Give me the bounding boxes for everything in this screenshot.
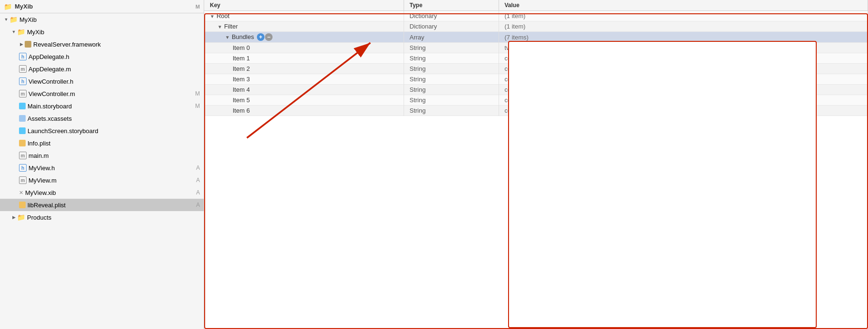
value-cell-item3: com.tencent.xin — [499, 74, 868, 85]
key-text-root: Root — [217, 12, 229, 19]
triangle-filter: ▼ — [217, 24, 222, 29]
sidebar-item-viewcontroller-m[interactable]: mViewController.mM — [0, 87, 204, 100]
sidebar-label-myview-h: MyView.h — [28, 164, 55, 172]
type-cell-item6: String — [404, 106, 499, 116]
sidebar-label-info-plist: Info.plist — [28, 140, 50, 147]
key-cell-root: ▼Root — [204, 11, 404, 21]
key-text-item3: Item 3 — [233, 76, 250, 83]
header-file-icon: h — [19, 164, 27, 172]
key-text-item2: Item 2 — [233, 65, 250, 72]
myxib-header-icon: 📁 — [4, 3, 12, 10]
assets-icon — [19, 115, 26, 122]
type-cell-item0: String — [404, 43, 499, 53]
sidebar: 📁 MyXib M ▼📁MyXib▼📁MyXib▶RevealServer.fr… — [0, 0, 204, 329]
table-row-item3[interactable]: Item 3 String com.tencent.xin — [204, 74, 868, 85]
plist-icon — [19, 140, 26, 146]
folder-triangle: ▼ — [4, 17, 9, 22]
badge-viewcontroller-m: M — [195, 90, 200, 97]
type-cell-bundles: Array — [404, 32, 499, 43]
folder-icon: 📁 — [17, 28, 25, 36]
sidebar-item-myview-m[interactable]: mMyView.mA — [0, 174, 204, 186]
header-file-icon: h — [19, 77, 27, 85]
sidebar-item-assets[interactable]: Assets.xcassets — [0, 112, 204, 125]
key-text-item4: Item 4 — [233, 86, 250, 93]
table-row-item6[interactable]: Item 6 String com.wbiao.newwbiao — [204, 106, 868, 116]
impl-file-icon: m — [19, 152, 27, 159]
sidebar-label-myview-m: MyView.m — [28, 177, 57, 184]
table-row-root[interactable]: ▼Root Dictionary (1 item) — [204, 11, 868, 21]
xib-icon: ✕ — [19, 190, 23, 196]
key-cell-bundles: ▼Bundles + − — [204, 32, 404, 43]
sidebar-label-myxib-root: MyXib — [19, 16, 37, 23]
value-cell-item6: com.wbiao.newwbiao — [499, 106, 868, 116]
sidebar-label-myview-xib: MyView.xib — [25, 189, 56, 196]
sidebar-item-products[interactable]: ▶📁Products — [0, 211, 204, 223]
sidebar-label-products: Products — [27, 214, 51, 221]
storyboard-icon — [19, 103, 26, 109]
value-cell-filter: (1 item) — [499, 21, 868, 32]
value-cell-item2: com.ucweb.iphone.lowversion — [499, 64, 868, 74]
storyboard-icon — [19, 127, 26, 134]
sidebar-label-main-storyboard: Main.storyboard — [28, 103, 72, 110]
value-column-header: Value — [499, 0, 868, 11]
key-text-item0: Item 0 — [233, 44, 250, 51]
table-row-item1[interactable]: Item 1 String com.tencent.mqq — [204, 53, 868, 64]
triangle-root: ▼ — [210, 14, 215, 19]
table-row-item5[interactable]: Item 5 String com.taobao.taobao4iphone — [204, 95, 868, 106]
sidebar-item-main-m[interactable]: mmain.m — [0, 149, 204, 162]
sidebar-item-myxib-group[interactable]: ▼📁MyXib — [0, 26, 204, 38]
key-text-item1: Item 1 — [233, 55, 250, 62]
folder-icon: 📁 — [9, 16, 18, 23]
sidebar-item-main-storyboard[interactable]: Main.storyboardM — [0, 100, 204, 112]
sidebar-item-info-plist[interactable]: Info.plist — [0, 137, 204, 149]
badge-libreveal-plist: A — [196, 202, 200, 208]
remove-item-button[interactable]: − — [265, 33, 273, 41]
triangle-bundles: ▼ — [225, 35, 230, 40]
sidebar-label-revealserver: RevealServer.framework — [33, 41, 101, 48]
key-text-bundles: Bundles — [232, 33, 254, 40]
impl-file-icon: m — [19, 90, 27, 97]
sidebar-header: 📁 MyXib M — [0, 0, 204, 13]
key-cell-item3: Item 3 — [204, 74, 404, 85]
key-cell-item0: Item 0 — [204, 43, 404, 53]
add-item-button[interactable]: + — [257, 33, 264, 41]
type-cell-item4: String — [404, 85, 499, 95]
sidebar-item-libreveal-plist[interactable]: libReveal.plistA — [0, 199, 204, 211]
key-cell-item1: Item 1 — [204, 53, 404, 64]
main-content: Key Type Value ▼Root Dictionary (1 item)… — [204, 0, 868, 329]
value-cell-item4: com.sina.weibo — [499, 85, 868, 95]
sidebar-item-viewcontroller-h[interactable]: hViewController.h — [0, 75, 204, 87]
sidebar-item-myview-h[interactable]: hMyView.hA — [0, 162, 204, 174]
sidebar-item-myview-xib[interactable]: ✕MyView.xibA — [0, 186, 204, 199]
bundle-id-annotation: bundle id — [666, 286, 716, 300]
sidebar-label-myxib-group: MyXib — [27, 29, 44, 36]
header-file-icon: h — [19, 53, 27, 60]
impl-file-icon: m — [19, 176, 27, 184]
key-cell-item5: Item 5 — [204, 95, 404, 106]
plist-body: ▼Root Dictionary (1 item) ▼Filter Dictio… — [204, 11, 868, 116]
table-row-item0[interactable]: Item 0 String tv.douyu.live — [204, 43, 868, 53]
sidebar-item-revealserver[interactable]: ▶RevealServer.framework — [0, 38, 204, 50]
framework-triangle: ▶ — [19, 42, 24, 47]
table-row-item2[interactable]: Item 2 String com.ucweb.iphone.lowversio… — [204, 64, 868, 74]
sidebar-item-appdelegate-m[interactable]: mAppDelegate.m — [0, 63, 204, 75]
sidebar-label-appdelegate-h: AppDelegate.h — [28, 53, 69, 60]
m-column-header: M — [196, 4, 200, 10]
key-cell-item2: Item 2 — [204, 64, 404, 74]
table-row-bundles[interactable]: ▼Bundles + − Array (7 items) — [204, 32, 868, 43]
value-cell-item5: com.taobao.taobao4iphone — [499, 95, 868, 106]
badge-main-storyboard: M — [195, 103, 200, 109]
svg-line-3 — [703, 138, 755, 228]
table-header-row: Key Type Value — [204, 0, 868, 11]
sidebar-item-myxib-root[interactable]: ▼📁MyXib — [0, 13, 204, 26]
table-row-item4[interactable]: Item 4 String com.sina.weibo — [204, 85, 868, 95]
impl-file-icon: m — [19, 65, 27, 73]
type-cell-item1: String — [404, 53, 499, 64]
sidebar-item-launchscreen[interactable]: LaunchScreen.storyboard — [0, 125, 204, 137]
sidebar-item-appdelegate-h[interactable]: hAppDelegate.h — [0, 50, 204, 63]
sidebar-label-appdelegate-m: AppDelegate.m — [28, 66, 71, 73]
folder-icon: 📁 — [17, 213, 25, 221]
arrow-2 — [689, 133, 783, 249]
value-cell-item0: tv.douyu.live — [499, 43, 868, 53]
table-row-filter[interactable]: ▼Filter Dictionary (1 item) — [204, 21, 868, 32]
